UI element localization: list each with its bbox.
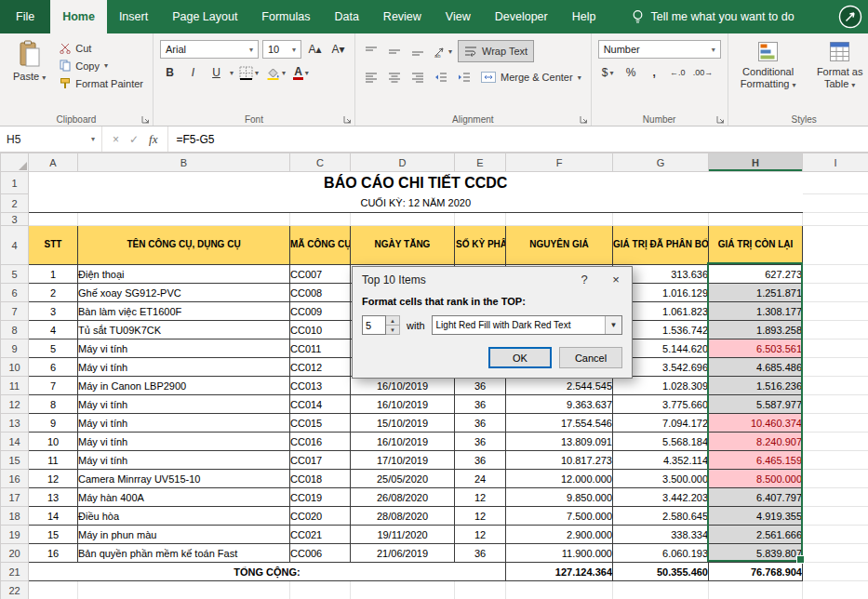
cell-stt[interactable]: 16 — [29, 544, 78, 563]
cell-stt[interactable]: 3 — [29, 302, 78, 321]
cell-code[interactable]: CC012 — [290, 358, 351, 377]
cell-date[interactable]: 21/06/2019 — [351, 544, 455, 563]
cell-periods[interactable]: 36 — [455, 433, 506, 451]
cancel-button[interactable]: Cancel — [559, 347, 622, 368]
column-header-f[interactable]: F — [506, 153, 613, 172]
paste-button[interactable]: Paste ▾ — [7, 37, 52, 90]
comma-style-button[interactable]: , — [645, 63, 664, 82]
align-center-button[interactable] — [385, 68, 405, 87]
conditional-formatting-button[interactable]: Conditional Formatting ▾ — [735, 37, 802, 89]
row-header[interactable]: 12 — [1, 395, 29, 414]
cell-remaining[interactable]: 8.240.907 — [709, 433, 803, 451]
cell-date[interactable]: 16/10/2019 — [351, 377, 455, 395]
name-box[interactable]: H5 ▾ — [0, 126, 102, 152]
cell-code[interactable]: CC011 — [290, 339, 351, 358]
total-allocated-cell[interactable]: 50.355.460 — [613, 563, 709, 581]
header-code[interactable]: MÃ CÔNG CỤ — [290, 226, 351, 265]
align-middle-button[interactable] — [385, 42, 405, 60]
cell-name[interactable]: Bàn làm việc ET1600F — [78, 302, 290, 321]
cell-code[interactable]: CC008 — [290, 284, 351, 302]
spin-down-icon[interactable]: ▼ — [386, 326, 399, 334]
cell-date[interactable]: 19/11/2020 — [351, 526, 455, 544]
tab-review[interactable]: Review — [371, 0, 434, 33]
cell-stt[interactable]: 4 — [29, 321, 78, 339]
cell-remaining[interactable]: 6.465.159 — [709, 451, 803, 470]
align-bottom-button[interactable] — [408, 42, 428, 60]
cell-name[interactable]: Máy vi tính — [78, 358, 290, 377]
cell-cost[interactable]: 12.000.000 — [506, 470, 613, 488]
column-header-g[interactable]: G — [613, 153, 709, 172]
cell-remaining[interactable]: 6.503.561 — [709, 339, 803, 358]
tab-home[interactable]: Home — [50, 0, 107, 33]
row-header[interactable]: 4 — [1, 226, 29, 265]
cell-stt[interactable]: 10 — [29, 433, 78, 451]
cell-code[interactable]: CC014 — [290, 395, 351, 414]
close-icon[interactable]: × — [600, 267, 632, 292]
header-remaining[interactable]: GIÁ TRỊ CÒN LẠI — [709, 226, 803, 265]
row-header[interactable]: 20 — [1, 544, 29, 563]
font-size-select[interactable]: 10▾ — [262, 40, 301, 59]
help-button[interactable]: ? — [568, 267, 600, 292]
align-top-button[interactable] — [362, 42, 381, 60]
cell-periods[interactable]: 36 — [455, 377, 506, 395]
column-header-d[interactable]: D — [351, 153, 455, 172]
cell-name[interactable]: Ghế xoay SG912-PVC — [78, 284, 290, 302]
header-name[interactable]: TÊN CÔNG CỤ, DỤNG CỤ — [78, 226, 290, 265]
cell-periods[interactable]: 12 — [455, 488, 506, 507]
row-header[interactable]: 1 — [1, 172, 29, 194]
cell-name[interactable]: Máy in Canon LBP2900 — [78, 377, 290, 395]
tab-data[interactable]: Data — [322, 0, 370, 33]
tab-insert[interactable]: Insert — [107, 0, 160, 33]
cell-name[interactable]: Máy in phun màu — [78, 526, 290, 544]
cell-code[interactable]: CC021 — [290, 526, 351, 544]
row-header[interactable]: 9 — [1, 339, 29, 358]
cell-cost[interactable]: 10.817.273 — [506, 451, 613, 470]
row-header[interactable]: 5 — [1, 265, 29, 284]
cell-code[interactable]: CC015 — [290, 414, 351, 433]
cell-periods[interactable]: 36 — [455, 414, 506, 433]
italic-button[interactable]: I — [183, 63, 203, 82]
cell-empty[interactable] — [803, 470, 868, 488]
tab-file[interactable]: File — [0, 0, 50, 33]
cell-stt[interactable]: 13 — [29, 488, 78, 507]
cell-stt[interactable]: 15 — [29, 526, 78, 544]
cell-empty[interactable] — [803, 451, 868, 470]
cell-remaining[interactable]: 4.685.486 — [709, 358, 803, 377]
dialog-launcher-icon[interactable] — [141, 115, 150, 124]
cell-allocated[interactable]: 2.580.645 — [613, 507, 709, 526]
cell-code[interactable]: CC010 — [290, 321, 351, 339]
shrink-font-button[interactable]: A▾ — [328, 40, 348, 59]
total-remaining-cell[interactable]: 76.768.904 — [709, 563, 803, 581]
cell-stt[interactable]: 11 — [29, 451, 78, 470]
select-all-corner[interactable] — [1, 153, 29, 172]
cell-name[interactable]: Bản quyền phần mềm kế toán Fast — [78, 544, 290, 563]
cell-name[interactable]: Máy vi tính — [78, 395, 290, 414]
cell-cost[interactable]: 2.544.545 — [506, 377, 613, 395]
wrap-text-button[interactable]: Wrap Text — [458, 40, 534, 62]
cell-empty[interactable] — [803, 414, 868, 433]
total-cost-cell[interactable]: 127.124.364 — [506, 563, 613, 581]
header-stt[interactable]: STT — [29, 226, 78, 265]
cell-remaining[interactable]: 1.893.258 — [709, 321, 803, 339]
cell-periods[interactable]: 36 — [455, 544, 506, 563]
tab-view[interactable]: View — [434, 0, 483, 33]
row-header[interactable]: 15 — [1, 451, 29, 470]
cell-remaining[interactable]: 6.407.797 — [709, 488, 803, 507]
decrease-decimal-button[interactable]: .00→ — [691, 63, 715, 82]
cell-date[interactable]: 28/08/2020 — [351, 507, 455, 526]
format-painter-button[interactable]: Format Painter — [57, 76, 146, 90]
cell-remaining[interactable]: 1.251.871 — [709, 284, 803, 302]
cell-cost[interactable]: 2.900.000 — [506, 526, 613, 544]
cell-name[interactable]: Máy hàn 400A — [78, 488, 290, 507]
cell-empty[interactable] — [803, 395, 868, 414]
cell-date[interactable]: 16/10/2019 — [351, 433, 455, 451]
cell-stt[interactable]: 9 — [29, 414, 78, 433]
accounting-format-button[interactable]: $▾ — [598, 63, 618, 82]
row-header[interactable]: 16 — [1, 470, 29, 488]
cell-date[interactable]: 16/10/2019 — [351, 395, 455, 414]
dialog-launcher-ic on[interactable] — [716, 115, 725, 124]
borders-button[interactable]: ▾ — [237, 63, 260, 82]
style-dropdown[interactable]: Light Red Fill with Dark Red Text ▼ — [432, 315, 622, 335]
row-header[interactable]: 3 — [1, 213, 29, 226]
cell-allocated[interactable]: 7.094.172 — [613, 414, 709, 433]
